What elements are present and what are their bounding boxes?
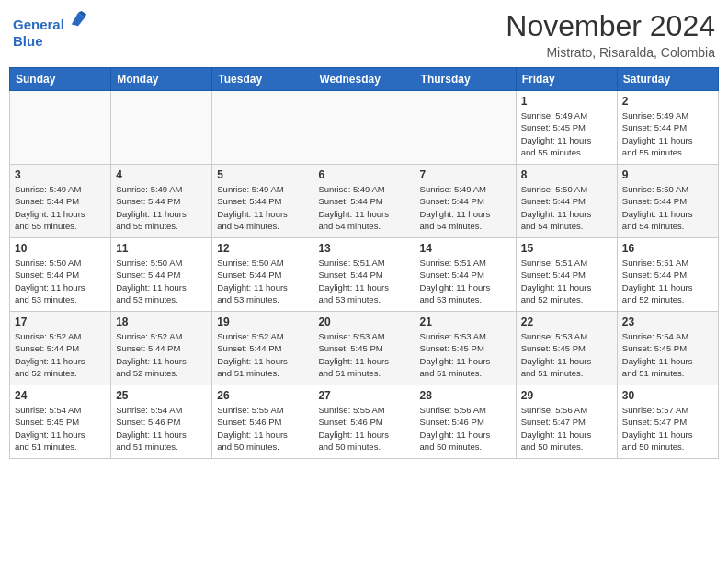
day-info: Sunrise: 5:50 AMSunset: 5:44 PMDaylight:… — [15, 257, 106, 305]
weekday-header-tuesday: Tuesday — [212, 68, 313, 91]
calendar-day-22: 22Sunrise: 5:53 AMSunset: 5:45 PMDayligh… — [516, 312, 617, 385]
day-number: 30 — [622, 389, 713, 402]
logo: General Blue — [13, 9, 86, 50]
day-info: Sunrise: 5:49 AMSunset: 5:44 PMDaylight:… — [217, 183, 308, 232]
calendar-day-12: 12Sunrise: 5:50 AMSunset: 5:44 PMDayligh… — [212, 238, 313, 312]
calendar-day-24: 24Sunrise: 5:54 AMSunset: 5:45 PMDayligh… — [10, 385, 111, 459]
day-number: 25 — [116, 389, 207, 402]
day-number: 4 — [116, 168, 207, 181]
calendar-day-3: 3Sunrise: 5:49 AMSunset: 5:44 PMDaylight… — [10, 165, 111, 238]
day-info: Sunrise: 5:53 AMSunset: 5:45 PMDaylight:… — [420, 330, 511, 379]
calendar-day-17: 17Sunrise: 5:52 AMSunset: 5:44 PMDayligh… — [10, 312, 111, 385]
calendar-day-18: 18Sunrise: 5:52 AMSunset: 5:44 PMDayligh… — [111, 312, 212, 385]
day-info: Sunrise: 5:56 AMSunset: 5:47 PMDaylight:… — [521, 404, 612, 453]
calendar-empty-cell — [415, 91, 516, 165]
calendar-empty-cell — [10, 91, 111, 165]
calendar-day-7: 7Sunrise: 5:49 AMSunset: 5:44 PMDaylight… — [415, 165, 516, 238]
calendar-day-28: 28Sunrise: 5:56 AMSunset: 5:46 PMDayligh… — [415, 385, 516, 459]
weekday-header-thursday: Thursday — [415, 68, 516, 91]
weekday-header-monday: Monday — [111, 68, 212, 91]
day-number: 1 — [521, 95, 612, 108]
calendar-empty-cell — [111, 91, 212, 165]
calendar-day-23: 23Sunrise: 5:54 AMSunset: 5:45 PMDayligh… — [617, 312, 718, 385]
day-number: 2 — [622, 95, 713, 108]
calendar-day-10: 10Sunrise: 5:50 AMSunset: 5:44 PMDayligh… — [10, 238, 111, 312]
day-number: 22 — [521, 316, 612, 328]
day-info: Sunrise: 5:54 AMSunset: 5:45 PMDaylight:… — [15, 404, 106, 453]
day-info: Sunrise: 5:53 AMSunset: 5:45 PMDaylight:… — [521, 330, 612, 379]
day-number: 21 — [420, 316, 511, 328]
day-number: 14 — [420, 242, 511, 255]
calendar-day-29: 29Sunrise: 5:56 AMSunset: 5:47 PMDayligh… — [516, 385, 617, 459]
weekday-header-sunday: Sunday — [10, 68, 111, 91]
calendar-week-row: 10Sunrise: 5:50 AMSunset: 5:44 PMDayligh… — [10, 238, 719, 312]
calendar-day-25: 25Sunrise: 5:54 AMSunset: 5:46 PMDayligh… — [111, 385, 212, 459]
logo-text: General — [13, 9, 86, 33]
day-number: 16 — [622, 242, 713, 255]
day-info: Sunrise: 5:49 AMSunset: 5:44 PMDaylight:… — [420, 183, 511, 232]
day-number: 29 — [521, 389, 612, 402]
day-info: Sunrise: 5:52 AMSunset: 5:44 PMDaylight:… — [217, 330, 308, 379]
logo-bird-icon — [70, 9, 86, 29]
day-number: 24 — [15, 389, 106, 402]
day-number: 27 — [318, 389, 409, 402]
calendar-day-9: 9Sunrise: 5:50 AMSunset: 5:44 PMDaylight… — [617, 165, 718, 238]
calendar-day-16: 16Sunrise: 5:51 AMSunset: 5:44 PMDayligh… — [617, 238, 718, 312]
day-info: Sunrise: 5:50 AMSunset: 5:44 PMDaylight:… — [622, 183, 713, 232]
calendar-day-1: 1Sunrise: 5:49 AMSunset: 5:45 PMDaylight… — [516, 91, 617, 165]
calendar-day-4: 4Sunrise: 5:49 AMSunset: 5:44 PMDaylight… — [111, 165, 212, 238]
day-info: Sunrise: 5:54 AMSunset: 5:46 PMDaylight:… — [116, 404, 207, 453]
day-info: Sunrise: 5:49 AMSunset: 5:44 PMDaylight:… — [622, 109, 713, 158]
day-info: Sunrise: 5:50 AMSunset: 5:44 PMDaylight:… — [521, 183, 612, 232]
day-number: 26 — [217, 389, 308, 402]
day-number: 20 — [318, 316, 409, 328]
day-number: 23 — [622, 316, 713, 328]
day-number: 9 — [622, 168, 713, 181]
calendar-day-21: 21Sunrise: 5:53 AMSunset: 5:45 PMDayligh… — [415, 312, 516, 385]
day-info: Sunrise: 5:50 AMSunset: 5:44 PMDaylight:… — [217, 257, 308, 305]
calendar-day-19: 19Sunrise: 5:52 AMSunset: 5:44 PMDayligh… — [212, 312, 313, 385]
day-info: Sunrise: 5:49 AMSunset: 5:44 PMDaylight:… — [318, 183, 409, 232]
day-number: 17 — [15, 316, 106, 328]
day-number: 19 — [217, 316, 308, 328]
day-number: 15 — [521, 242, 612, 255]
day-number: 6 — [318, 168, 409, 181]
calendar-week-row: 3Sunrise: 5:49 AMSunset: 5:44 PMDaylight… — [10, 165, 719, 238]
day-number: 12 — [217, 242, 308, 255]
day-number: 11 — [116, 242, 207, 255]
weekday-header-row: SundayMondayTuesdayWednesdayThursdayFrid… — [10, 68, 719, 91]
calendar-week-row: 17Sunrise: 5:52 AMSunset: 5:44 PMDayligh… — [10, 312, 719, 385]
weekday-header-saturday: Saturday — [617, 68, 718, 91]
calendar-day-11: 11Sunrise: 5:50 AMSunset: 5:44 PMDayligh… — [111, 238, 212, 312]
day-info: Sunrise: 5:52 AMSunset: 5:44 PMDaylight:… — [116, 330, 207, 379]
calendar-week-row: 24Sunrise: 5:54 AMSunset: 5:45 PMDayligh… — [10, 385, 719, 459]
day-info: Sunrise: 5:51 AMSunset: 5:44 PMDaylight:… — [318, 257, 409, 305]
calendar-day-14: 14Sunrise: 5:51 AMSunset: 5:44 PMDayligh… — [415, 238, 516, 312]
day-info: Sunrise: 5:50 AMSunset: 5:44 PMDaylight:… — [116, 257, 207, 305]
logo-blue-text: Blue — [13, 33, 86, 50]
calendar-empty-cell — [313, 91, 415, 165]
day-info: Sunrise: 5:49 AMSunset: 5:45 PMDaylight:… — [521, 109, 612, 158]
weekday-header-wednesday: Wednesday — [313, 68, 415, 91]
calendar-day-20: 20Sunrise: 5:53 AMSunset: 5:45 PMDayligh… — [313, 312, 415, 385]
calendar-body: 1Sunrise: 5:49 AMSunset: 5:45 PMDaylight… — [10, 91, 719, 459]
calendar-day-26: 26Sunrise: 5:55 AMSunset: 5:46 PMDayligh… — [212, 385, 313, 459]
day-info: Sunrise: 5:55 AMSunset: 5:46 PMDaylight:… — [318, 404, 409, 453]
day-number: 3 — [15, 168, 106, 181]
day-info: Sunrise: 5:52 AMSunset: 5:44 PMDaylight:… — [15, 330, 106, 379]
day-number: 7 — [420, 168, 511, 181]
day-number: 18 — [116, 316, 207, 328]
calendar-day-5: 5Sunrise: 5:49 AMSunset: 5:44 PMDaylight… — [212, 165, 313, 238]
calendar-week-row: 1Sunrise: 5:49 AMSunset: 5:45 PMDaylight… — [10, 91, 719, 165]
calendar-day-8: 8Sunrise: 5:50 AMSunset: 5:44 PMDaylight… — [516, 165, 617, 238]
day-info: Sunrise: 5:57 AMSunset: 5:47 PMDaylight:… — [622, 404, 713, 453]
calendar-day-2: 2Sunrise: 5:49 AMSunset: 5:44 PMDaylight… — [617, 91, 718, 165]
day-number: 10 — [15, 242, 106, 255]
day-info: Sunrise: 5:55 AMSunset: 5:46 PMDaylight:… — [217, 404, 308, 453]
calendar-table: SundayMondayTuesdayWednesdayThursdayFrid… — [9, 67, 719, 459]
calendar-day-6: 6Sunrise: 5:49 AMSunset: 5:44 PMDaylight… — [313, 165, 415, 238]
day-number: 5 — [217, 168, 308, 181]
day-number: 28 — [420, 389, 511, 402]
calendar-day-30: 30Sunrise: 5:57 AMSunset: 5:47 PMDayligh… — [617, 385, 718, 459]
month-title: November 2024 — [506, 9, 715, 43]
